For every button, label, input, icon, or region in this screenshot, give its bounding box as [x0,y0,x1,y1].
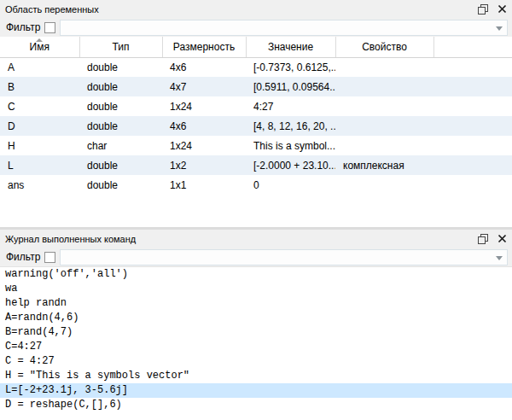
cell-variable-name: A [0,57,79,77]
cell-filler [433,116,512,136]
variables-table-body: A double 4x6 [-0.7373, 0.6125,... B doub… [0,57,512,195]
command-history-item[interactable]: L=[-2+23.1j, 3-5.6j] [0,383,512,398]
cell-variable-property [335,116,433,136]
cell-variable-size: 4x6 [162,57,246,77]
column-header-filler [433,37,512,57]
variable-table-row[interactable]: D double 4x6 [4, 8, 12, 16, 20, ... [0,116,512,136]
variables-panel: Область переменных Фильтр [0,0,512,227]
cell-variable-name: ans [0,175,79,195]
cell-variable-value: [-2.0000 + 23.10... [246,155,335,175]
command-history-item[interactable]: warning('off','all') [0,267,512,282]
cell-variable-type: double [79,77,162,96]
variables-panel-title: Область переменных [5,4,477,15]
cell-variable-name: H [0,136,79,155]
cell-filler [433,77,512,96]
cell-variable-property [335,57,433,77]
history-panel-title: Журнал выполненных команд [5,234,477,244]
command-history-item[interactable]: C = 4:27 [0,354,512,369]
cell-variable-name: L [0,155,79,175]
cell-filler [433,57,512,77]
command-history-item[interactable]: D = reshape(C,[],6) [0,398,512,412]
variables-panel-titlebar: Область переменных [0,0,512,18]
undock-icon[interactable] [477,3,489,15]
cell-variable-value: This is a symbol... [246,136,335,155]
cell-variable-value: [4, 8, 12, 16, 20, ... [246,116,335,136]
history-panel-titlebar: Журнал выполненных команд [0,230,512,248]
cell-variable-name: B [0,77,79,96]
history-panel: Журнал выполненных команд Фильтр warning… [0,230,512,420]
column-header-value[interactable]: Значение [246,37,335,57]
close-icon[interactable] [496,3,508,15]
cell-variable-property: комплексная [335,155,433,175]
undock-icon[interactable] [477,233,489,245]
history-filter-combobox[interactable] [60,249,508,265]
close-icon[interactable] [496,233,508,245]
cell-variable-type: double [79,155,162,175]
cell-filler [433,96,512,116]
variables-titlebar-icons [477,3,508,15]
column-header-type[interactable]: Тип [79,37,162,57]
command-history-list: warning('off','all')wahelp randnA=randn(… [0,266,512,420]
cell-filler [433,155,512,175]
command-history-item[interactable]: A=randn(4,6) [0,311,512,325]
cell-variable-value: [-0.7373, 0.6125,... [246,57,335,77]
command-history-item[interactable]: B=rand(4,7) [0,325,512,340]
cell-variable-value: [0.5911, 0.09564... [246,77,335,96]
variable-table-row[interactable]: ans double 1x1 0 [0,175,512,195]
cell-variable-size: 1x1 [162,175,246,195]
variable-table-row[interactable]: L double 1x2 [-2.0000 + 23.10... комплек… [0,155,512,175]
cell-variable-type: double [79,96,162,116]
command-history-item[interactable]: wa [0,282,512,296]
chevron-down-icon [496,256,503,260]
cell-variable-value: 0 [246,175,335,195]
cell-variable-property [335,175,433,195]
column-header-property[interactable]: Свойство [335,37,433,57]
variables-filter-label: Фильтр [6,21,40,33]
cell-variable-size: 1x2 [162,155,246,175]
variables-table-area: Имя Тип Размерность Значение Свойство A … [0,37,512,227]
cell-variable-name: D [0,116,79,136]
cell-variable-value: 4:27 [246,96,335,116]
variables-filter-checkbox[interactable] [44,22,55,33]
variable-table-row[interactable]: B double 4x7 [0.5911, 0.09564... [0,77,512,96]
variables-filter-row: Фильтр [0,18,512,37]
cell-variable-property [335,136,433,155]
history-titlebar-icons [477,233,508,245]
cell-filler [433,136,512,155]
cell-variable-size: 4x6 [162,116,246,136]
cell-variable-type: double [79,175,162,195]
command-history-item[interactable]: C=4:27 [0,340,512,354]
column-header-size[interactable]: Размерность [162,37,246,57]
cell-variable-name: C [0,96,79,116]
command-history-item[interactable]: H = "This is a symbols vector" [0,369,512,383]
column-header-name-label: Имя [30,41,49,53]
variable-table-row[interactable]: C double 1x24 4:27 [0,96,512,116]
chevron-down-icon [496,26,503,31]
variable-table-row[interactable]: H char 1x24 This is a symbol... [0,136,512,155]
cell-variable-property [335,77,433,96]
cell-variable-property [335,96,433,116]
cell-variable-type: double [79,57,162,77]
variables-filter-combobox[interactable] [60,20,508,36]
cell-variable-size: 4x7 [162,77,246,96]
cell-variable-type: double [79,116,162,136]
history-filter-checkbox[interactable] [44,252,55,263]
cell-filler [433,175,512,195]
column-header-name[interactable]: Имя [0,37,79,57]
cell-variable-size: 1x24 [162,136,246,155]
variables-table: Имя Тип Размерность Значение Свойство A … [0,37,512,195]
command-history-item[interactable]: help randn [0,296,512,311]
sort-ascending-icon [36,38,43,42]
cell-variable-size: 1x24 [162,96,246,116]
history-filter-label: Фильтр [6,251,40,263]
variables-table-header-row: Имя Тип Размерность Значение Свойство [0,37,512,57]
history-filter-row: Фильтр [0,248,512,266]
variable-table-row[interactable]: A double 4x6 [-0.7373, 0.6125,... [0,57,512,77]
cell-variable-type: char [79,136,162,155]
